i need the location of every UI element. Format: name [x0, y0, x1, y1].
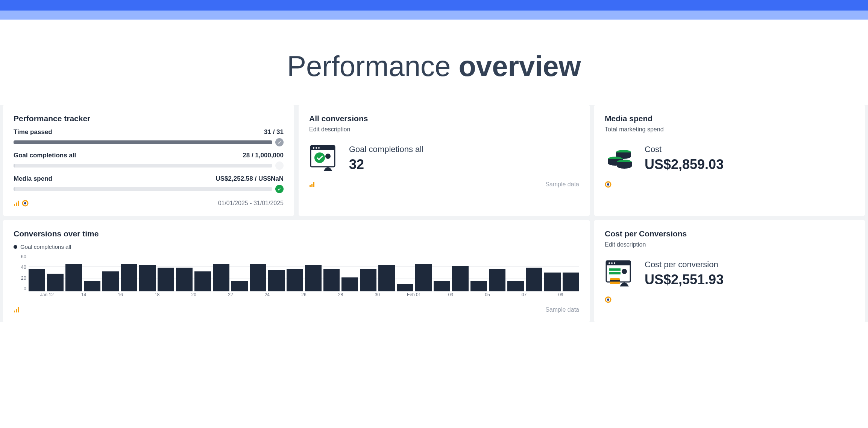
chart-bar [378, 265, 395, 291]
source-ring-icon [605, 181, 612, 188]
chart-bar [47, 274, 64, 291]
chart-bar [434, 281, 450, 291]
svg-point-10 [314, 152, 325, 163]
svg-point-31 [609, 262, 610, 264]
svg-point-33 [614, 262, 615, 264]
check-icon: ✓ [275, 138, 284, 146]
all-conversions-card: All conversions Edit description Goal co… [299, 105, 590, 216]
chart-bar [323, 269, 340, 291]
svg-point-8 [316, 147, 317, 149]
card-title: Conversions over time [14, 229, 579, 238]
bar-chart: 6040200 Jan 12141618202224262830Feb 0103… [14, 254, 579, 299]
tracker-row-spend: Media spend US$2,252.58 / US$NaN [14, 175, 284, 183]
svg-rect-2 [18, 201, 19, 206]
svg-rect-35 [609, 272, 621, 274]
media-spend-card: Media spend Total marketing spend Cost U… [594, 105, 865, 216]
tracker-label: Goal completions all [14, 152, 76, 159]
tracker-row-goals: Goal completions all 28 / 1,000,000 [14, 152, 284, 159]
chart-bar [268, 270, 285, 291]
source-ring-icon [605, 296, 612, 303]
chart-legend: Goal completions all [14, 244, 579, 250]
card-title: All conversions [309, 114, 579, 123]
progress-bar-spend: ✓ [14, 185, 284, 193]
card-title: Performance tracker [14, 114, 284, 123]
svg-rect-1 [16, 203, 17, 206]
chart-bar [287, 269, 303, 291]
svg-rect-27 [16, 309, 17, 312]
chart-bar [176, 268, 193, 291]
card-subtitle: Total marketing spend [605, 126, 854, 133]
card-title: Media spend [605, 114, 854, 123]
chart-bar [29, 269, 45, 291]
svg-rect-14 [313, 182, 314, 187]
tracker-value: 28 / 1,000,000 [243, 152, 284, 159]
check-icon: ✓ [275, 185, 284, 193]
svg-point-36 [622, 269, 627, 274]
chart-bar [213, 264, 229, 291]
chart-bar [452, 266, 469, 291]
svg-rect-0 [14, 204, 15, 206]
svg-point-25 [607, 183, 609, 186]
tracker-value: 31 / 31 [264, 128, 284, 136]
chart-bar [158, 268, 174, 291]
svg-point-32 [611, 262, 613, 264]
svg-point-7 [313, 147, 314, 149]
card-subtitle[interactable]: Edit description [309, 126, 579, 133]
svg-rect-26 [14, 311, 15, 312]
chart-bar [102, 271, 119, 291]
performance-tracker-card: Performance tracker Time passed 31 / 31 … [3, 105, 294, 216]
card-title: Cost per Conversions [605, 229, 854, 238]
chart-bar [341, 277, 358, 291]
svg-point-4 [24, 202, 26, 204]
tracker-label: Media spend [14, 175, 52, 183]
metric-value: US$2,551.93 [645, 272, 724, 288]
chart-bar [84, 281, 100, 291]
metric-value: US$2,859.03 [645, 157, 724, 172]
svg-rect-28 [18, 307, 19, 312]
chart-bar [526, 268, 542, 291]
chart-bar [563, 273, 579, 291]
chart-bar [544, 273, 561, 291]
tracker-label: Time passed [14, 128, 52, 136]
metric-label: Cost [645, 145, 724, 154]
check-icon [275, 161, 284, 170]
cost-browser-icon [605, 259, 635, 289]
coins-icon [605, 143, 635, 174]
analytics-icon [14, 307, 20, 313]
conversion-browser-icon [309, 143, 339, 174]
header-stripe-2 [0, 11, 868, 20]
chart-bar [397, 284, 413, 291]
conversions-chart-card: Conversions over time Goal completions a… [3, 220, 590, 322]
metric-label: Goal completions all [349, 145, 423, 154]
card-subtitle[interactable]: Edit description [605, 241, 854, 248]
chart-bar [139, 265, 156, 291]
page-title: Performance overview [0, 20, 868, 105]
analytics-icon [309, 181, 315, 187]
chart-bar [415, 264, 432, 291]
chart-bar [470, 281, 487, 291]
chart-bar [231, 281, 248, 291]
sample-data-label: Sample data [545, 306, 579, 313]
svg-point-40 [607, 299, 609, 301]
date-range: 01/01/2025 - 31/01/2025 [218, 200, 284, 207]
progress-bar-time: ✓ [14, 138, 284, 146]
svg-point-23 [617, 163, 632, 169]
tracker-row-time: Time passed 31 / 31 [14, 128, 284, 136]
cost-per-conversions-card: Cost per Conversions Edit description Co… [594, 220, 865, 322]
svg-point-11 [325, 154, 331, 159]
chart-bar [250, 264, 266, 291]
page-title-pre: Performance [287, 50, 458, 82]
chart-bar [507, 281, 524, 291]
analytics-icon [14, 200, 20, 206]
svg-rect-38 [610, 280, 620, 282]
svg-rect-34 [609, 268, 621, 271]
chart-bar [489, 269, 505, 291]
metric-label: Cost per conversion [645, 260, 724, 270]
header-stripe-1 [0, 0, 868, 11]
svg-point-9 [318, 147, 320, 149]
metric-value: 32 [349, 157, 423, 172]
chart-bar [305, 265, 322, 291]
sample-data-label: Sample data [545, 181, 579, 188]
svg-rect-12 [310, 185, 311, 187]
chart-bar [65, 264, 82, 291]
